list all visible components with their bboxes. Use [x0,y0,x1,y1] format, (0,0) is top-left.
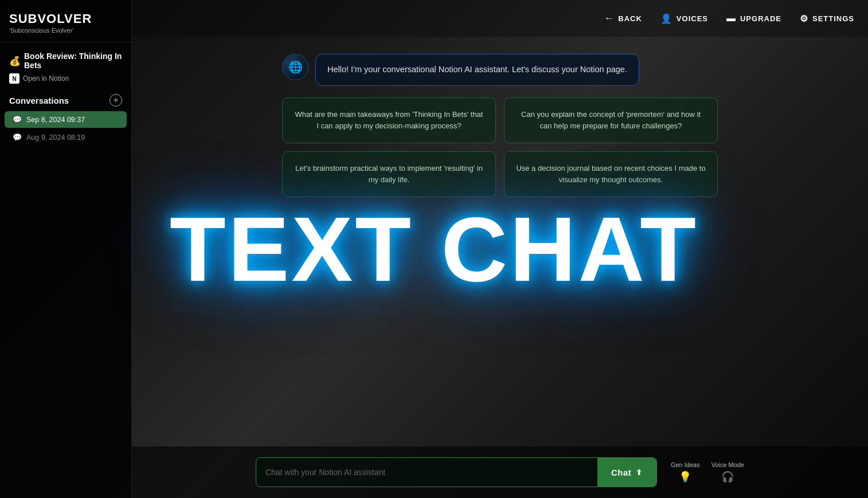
notion-link-label: Open in Notion [23,74,69,83]
person-icon: 👤 [660,13,672,24]
voices-nav-item[interactable]: 👤 VOICES [660,13,708,24]
suggestion-card-1[interactable]: What are the main takeaways from 'Thinki… [282,97,496,143]
gen-ideas-item[interactable]: Gen Ideas 💡 [671,461,700,483]
sidebar: SUBVOLVER 'Subconscious Evolver' 💰 Book … [0,0,132,498]
suggestion-card-2[interactable]: Can you explain the concept of 'premorte… [504,97,718,143]
suggestion-card-3[interactable]: Let's brainstorm practical ways to imple… [282,151,496,197]
voices-label: VOICES [677,14,708,23]
send-icon: ⬆ [636,468,643,477]
back-icon: ← [604,13,614,23]
back-label: BACK [618,14,642,23]
upgrade-icon: ▬ [726,13,736,23]
ai-message-text: Hello! I'm your conversational Notion AI… [327,65,627,74]
book-title-text: Book Review: Thinking In Bets [24,52,122,70]
ai-message-row: 🌐 Hello! I'm your conversational Notion … [282,54,718,86]
voice-mode-item[interactable]: Voice Mode 🎧 [711,461,744,483]
suggestions-grid: What are the main takeaways from 'Thinki… [282,97,718,197]
logo-section: SUBVOLVER 'Subconscious Evolver' [0,7,131,36]
book-emoji: 💰 [9,56,21,66]
gen-ideas-label: Gen Ideas [671,461,700,468]
gear-icon: ⚙ [800,13,808,24]
conversations-header: Conversations + [0,87,131,110]
app-tagline: 'Subconscious Evolver' [9,27,122,34]
ai-avatar-icon: 🌐 [288,60,303,74]
send-label: Chat [611,468,631,477]
settings-nav-item[interactable]: ⚙ SETTINGS [800,13,854,24]
main-content: 🌐 Hello! I'm your conversational Notion … [132,37,868,498]
upgrade-nav-item[interactable]: ▬ UPGRADE [726,13,781,23]
divider-1 [0,42,131,42]
notion-link[interactable]: N Open in Notion [9,73,122,84]
book-title: 💰 Book Review: Thinking In Bets [9,52,122,70]
conversation-date-1: Sep 8, 2024 09:37 [26,116,85,124]
book-section: 💰 Book Review: Thinking In Bets N Open i… [0,48,131,87]
suggestion-text-4: Use a decision journal based on recent c… [515,163,707,185]
suggestion-text-1: What are the main takeaways from 'Thinki… [293,109,485,131]
chat-icon-1: 💬 [13,115,22,124]
bottom-bar: Chat ⬆ Gen Ideas 💡 Voice Mode 🎧 [132,446,868,498]
top-nav: ← BACK 👤 VOICES ▬ UPGRADE ⚙ SETTINGS [132,0,868,37]
upgrade-label: UPGRADE [740,14,781,23]
conversation-date-2: Aug 9, 2024 08:19 [26,134,85,142]
back-nav-item[interactable]: ← BACK [604,13,642,23]
suggestion-card-4[interactable]: Use a decision journal based on recent c… [504,151,718,197]
lightbulb-icon: 💡 [679,470,691,483]
voice-mode-label: Voice Mode [711,461,744,468]
suggestion-text-3: Let's brainstorm practical ways to imple… [293,163,485,185]
app-name: SUBVOLVER [9,11,122,26]
chat-icon-2: 💬 [13,133,22,142]
settings-label: SETTINGS [812,14,854,23]
headphones-icon: 🎧 [721,470,734,483]
conversations-title: Conversations [9,96,69,105]
conversation-item-1[interactable]: 💬 Sep 8, 2024 09:37 [5,111,127,128]
suggestion-text-2: Can you explain the concept of 'premorte… [515,109,707,131]
bottom-extras: Gen Ideas 💡 Voice Mode 🎧 [671,461,744,483]
ai-message-bubble: Hello! I'm your conversational Notion AI… [315,54,639,86]
notion-icon: N [9,73,19,84]
add-conversation-button[interactable]: + [110,94,122,107]
ai-avatar: 🌐 [282,54,308,80]
conversation-item-2[interactable]: 💬 Aug 9, 2024 08:19 [5,129,127,146]
chat-input-container: Chat ⬆ [256,457,657,487]
chat-send-button[interactable]: Chat ⬆ [597,458,656,487]
chat-input[interactable] [256,458,597,487]
